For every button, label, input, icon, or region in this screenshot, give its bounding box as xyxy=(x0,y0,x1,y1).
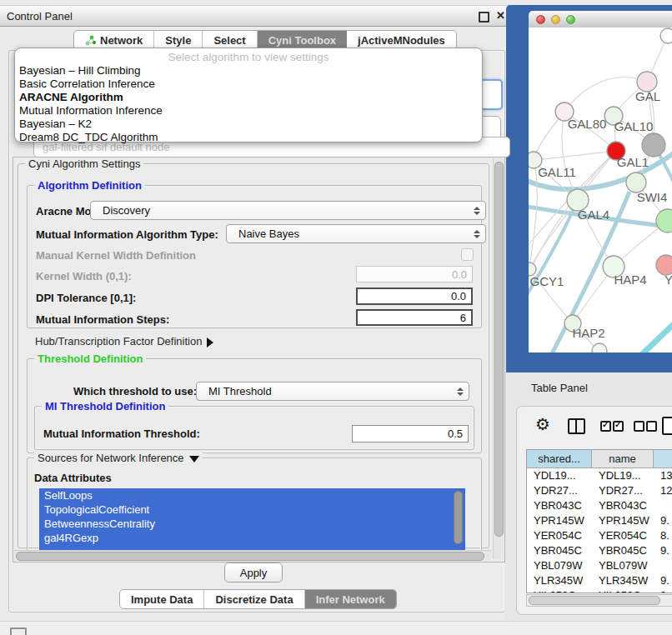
tab-impute-data[interactable]: Impute Data xyxy=(120,590,204,608)
table-cell[interactable]: YER054C xyxy=(527,528,592,543)
aracne-mode-select[interactable]: Discovery xyxy=(90,201,486,220)
table-row[interactable]: YDL19...YDL19...13 xyxy=(527,468,672,483)
table-cell[interactable]: YBR043C xyxy=(527,498,592,513)
algorithm-option[interactable]: Mutual Information Inference xyxy=(15,104,482,118)
list-scrollbar[interactable] xyxy=(454,491,463,544)
node-label: GAL80 xyxy=(568,117,607,131)
tab-infer-network[interactable]: Infer Network xyxy=(305,590,396,608)
table-cell[interactable]: YIL052C xyxy=(527,588,592,593)
settings-gear-icon[interactable]: ⚙ xyxy=(535,416,550,432)
table-row[interactable]: YBL079WYBL079W xyxy=(527,558,672,573)
apply-button[interactable]: Apply xyxy=(224,562,283,582)
settings-vertical-scrollbar[interactable] xyxy=(493,158,504,559)
algorithm-option[interactable]: ARACNE Algorithm xyxy=(15,91,482,104)
table-cell[interactable]: YDL19... xyxy=(527,468,592,483)
table-row[interactable]: YIL052CYIL052C9 xyxy=(527,588,672,593)
algorithm-option[interactable]: Bayesian – K2 xyxy=(15,118,482,131)
mi-algorithm-type-select[interactable]: Naive Bayes xyxy=(226,224,486,243)
table-cell[interactable]: YDR27... xyxy=(592,483,654,498)
table-row[interactable]: YER054CYER054C8. xyxy=(527,528,672,543)
table-cell[interactable]: YBL079W xyxy=(527,558,592,573)
list-item[interactable]: TopologicalCoefficient xyxy=(39,502,465,517)
list-item[interactable]: SelfLoops xyxy=(39,488,465,502)
kernel-width-input[interactable] xyxy=(356,266,473,282)
table-cell[interactable]: 9. xyxy=(654,513,672,528)
close-icon[interactable]: ✕ xyxy=(496,9,505,22)
table-panel-toolbar: ⚙ xyxy=(517,407,672,448)
node-label: HAP2 xyxy=(572,326,604,340)
split-view-icon[interactable] xyxy=(568,418,585,434)
tab-jactivemnodules[interactable]: jActiveMNodules xyxy=(347,31,456,49)
deselect-checkbox-icon[interactable] xyxy=(646,421,657,432)
minimize-traffic-light-icon[interactable] xyxy=(551,15,560,24)
table-horizontal-scrollbar[interactable] xyxy=(526,594,672,607)
algorithm-option[interactable]: Dream8 DC_TDC Algorithm xyxy=(15,131,482,144)
node-label: GAL1 xyxy=(617,155,649,169)
tab-discretize-data[interactable]: Discretize Data xyxy=(204,590,304,608)
new-table-icon[interactable] xyxy=(662,417,672,435)
table-cell[interactable]: YBR045C xyxy=(592,543,654,558)
node-swi4-bright[interactable] xyxy=(656,209,672,232)
tab-select[interactable]: Select xyxy=(203,31,257,49)
table-cell[interactable]: 13 xyxy=(654,468,672,483)
table-cell[interactable]: YIL052C xyxy=(592,588,654,593)
table-cell[interactable]: 9 xyxy=(654,588,672,593)
column-header-shared-name[interactable]: shared... xyxy=(527,450,592,468)
data-attributes-list[interactable]: SelfLoops TopologicalCoefficient Between… xyxy=(39,488,465,550)
table-cell[interactable]: 9. xyxy=(654,543,672,558)
select-all-checkbox-icon[interactable] xyxy=(600,421,611,432)
table-cell[interactable]: YBR043C xyxy=(592,498,654,513)
list-item[interactable]: gal4RGexp xyxy=(39,531,465,545)
settings-horizontal-scrollbar[interactable] xyxy=(14,550,491,561)
mi-steps-input[interactable] xyxy=(356,309,473,326)
which-threshold-select[interactable]: MI Threshold xyxy=(196,382,469,401)
table-cell[interactable] xyxy=(654,498,672,513)
list-item[interactable]: BetweennessCentrality xyxy=(39,517,465,531)
node-partial-bottom[interactable] xyxy=(592,343,607,352)
deselect-checkbox-icon[interactable] xyxy=(634,421,644,432)
close-traffic-light-icon[interactable] xyxy=(536,15,545,24)
dpi-tolerance-input[interactable] xyxy=(356,288,473,305)
mi-threshold-input[interactable] xyxy=(352,425,469,442)
network-canvas[interactable]: GAL GAL80 GAL10 GAL1 GAL11 SWI4 GAL4 GCY… xyxy=(529,28,672,352)
table-row[interactable]: YBR045CYBR045C9. xyxy=(527,543,672,558)
sources-toggle[interactable]: Sources for Network Inference xyxy=(34,452,203,464)
table-cell[interactable]: YBL079W xyxy=(592,558,654,573)
table-cell[interactable]: YBR045C xyxy=(527,543,592,558)
manual-kernel-width-checkbox[interactable] xyxy=(461,248,474,261)
table-cell[interactable]: 12 xyxy=(654,483,672,498)
float-window-icon[interactable] xyxy=(479,12,489,22)
table-panel-title: Table Panel xyxy=(531,382,588,394)
network-window-titlebar[interactable] xyxy=(529,11,672,28)
column-header-partial[interactable]: A xyxy=(654,450,672,468)
minimized-panel-icon[interactable] xyxy=(10,628,27,635)
table-row[interactable]: YBR043CYBR043C xyxy=(527,498,672,513)
tab-network[interactable]: Network xyxy=(74,31,154,49)
table-cell[interactable]: YLR345W xyxy=(592,573,654,588)
column-header-name[interactable]: name xyxy=(592,450,654,468)
table-cell[interactable]: 8. xyxy=(654,528,672,543)
table-cell[interactable]: YPR145W xyxy=(527,513,592,528)
node-label: Y xyxy=(664,272,672,287)
hub-definition-toggle[interactable]: Hub/Transcription Factor Definition xyxy=(35,335,213,348)
table-row[interactable]: YLR345WYLR345W9. xyxy=(527,573,672,588)
table-cell[interactable]: YPR145W xyxy=(592,513,654,528)
node-gray[interactable] xyxy=(642,133,665,157)
tab-cyni-toolbox[interactable]: Cyni Toolbox xyxy=(258,31,347,49)
collapse-down-icon xyxy=(189,456,199,462)
table-row[interactable]: YDR27...YDR27...12 xyxy=(527,483,672,498)
select-all-checkbox-icon[interactable] xyxy=(613,421,624,432)
table-cell[interactable]: YDL19... xyxy=(592,468,654,483)
tab-style[interactable]: Style xyxy=(154,31,203,49)
node-partial-top[interactable] xyxy=(660,28,672,43)
table-cell[interactable]: 9. xyxy=(654,573,672,588)
table-cell[interactable]: YDR27... xyxy=(527,483,592,498)
node-label: GAL xyxy=(635,89,660,103)
algorithm-option[interactable]: Bayesian – Hill Climbing xyxy=(15,64,482,78)
table-cell[interactable]: YER054C xyxy=(592,528,654,543)
table-cell[interactable]: YLR345W xyxy=(527,573,592,588)
algorithm-option[interactable]: Basic Correlation Inference xyxy=(15,78,482,91)
zoom-traffic-light-icon[interactable] xyxy=(566,15,575,24)
table-cell[interactable] xyxy=(654,558,672,573)
table-row[interactable]: YPR145WYPR145W9. xyxy=(527,513,672,528)
